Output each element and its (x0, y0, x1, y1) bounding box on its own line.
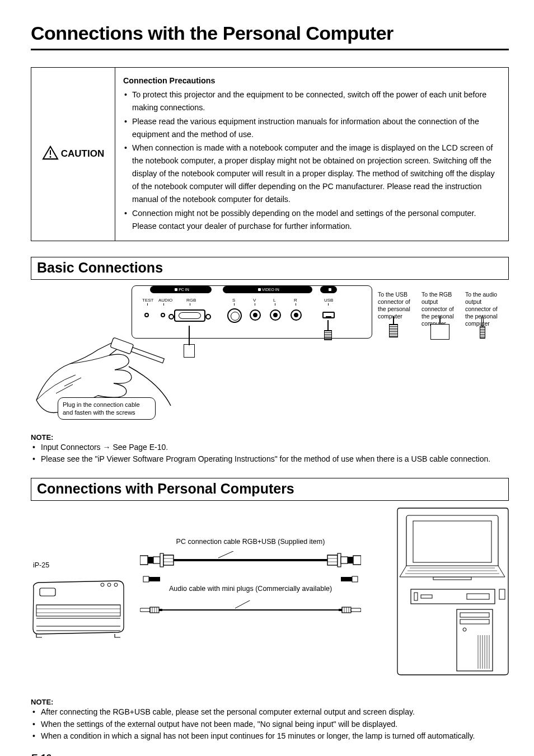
usb-icon (329, 288, 331, 291)
svg-rect-10 (413, 521, 491, 562)
projector-rear-panel: PC IN VIDEO IN TEST AUDIO RGB S V L R US… (132, 285, 372, 339)
plug-instruction-label: Plug in the connection cable and fasten … (58, 397, 156, 420)
note-item: Input Connectors → See Page E-10. (31, 442, 509, 454)
svg-rect-29 (140, 556, 148, 565)
pcin-pill: PC IN (150, 286, 212, 293)
svg-rect-39 (353, 556, 361, 565)
usb-connector (324, 330, 332, 340)
test-port (144, 313, 149, 317)
port-label-test: TEST (142, 298, 153, 303)
note-item: After connecting the RGB+USB cable, plea… (31, 706, 509, 719)
svg-rect-41 (149, 577, 160, 581)
caution-heading: Connection Precautions (123, 74, 498, 87)
page-title: Connections with the Personal Computer (31, 22, 509, 44)
audio-plug-illustration (480, 316, 485, 339)
pc-connection-diagram: iP-25 (31, 505, 509, 690)
svg-rect-33 (163, 555, 174, 565)
svg-rect-47 (159, 609, 162, 611)
note-item: When a condition in which a signal has n… (31, 730, 509, 743)
svg-line-28 (218, 551, 241, 558)
section-basic-connections-header: Basic Connections (31, 257, 509, 280)
note-item: Please see the "iP Viewer Software Progr… (31, 453, 509, 466)
svg-rect-42 (341, 577, 352, 581)
section-title: Connections with Personal Computers (37, 481, 503, 497)
usb-plug-illustration (389, 316, 398, 337)
svg-rect-49 (339, 609, 342, 611)
page: Connections with the Personal Computer C… (0, 0, 534, 756)
caution-item: Connection might not be possibly dependi… (123, 207, 498, 233)
port-label-usb: USB (324, 298, 333, 303)
section-pc-connections-header: Connections with Personal Computers (31, 478, 509, 501)
svg-rect-32 (160, 553, 163, 567)
svg-rect-51 (351, 608, 361, 612)
svg-rect-13 (411, 589, 495, 604)
usb-port (322, 312, 335, 318)
port-label-l: L (273, 298, 275, 303)
svg-rect-37 (341, 557, 348, 564)
videoin-pill: VIDEO IN (223, 286, 312, 293)
title-rule (31, 49, 509, 50)
projector-model-label: iP-25 (33, 561, 49, 569)
caution-word: CAUTION (61, 148, 104, 159)
rgb-cable (189, 326, 190, 345)
usb-cable (327, 320, 329, 331)
video-icon (258, 288, 261, 291)
svg-rect-45 (140, 608, 150, 612)
audio-cable-illustration (140, 600, 361, 619)
warning-triangle-icon (42, 145, 59, 162)
rgb-connector (184, 344, 195, 358)
svg-rect-12 (433, 577, 471, 580)
l-jack (270, 309, 281, 321)
port-label-s: S (232, 298, 235, 303)
svg-rect-27 (499, 589, 505, 599)
dest-audio: To the audio output connector of the per… (465, 291, 508, 328)
svg-rect-36 (338, 553, 341, 567)
note-list-2: After connecting the RGB+USB cable, plea… (31, 706, 509, 743)
usb-pill (320, 286, 337, 293)
basic-connections-diagram: PC IN VIDEO IN TEST AUDIO RGB S V L R US… (31, 285, 509, 425)
caution-content: Connection Precautions To protect this p… (115, 68, 509, 241)
v-jack (250, 309, 261, 321)
section-title: Basic Connections (37, 260, 503, 276)
caution-box: CAUTION Connection Precautions To protec… (31, 67, 509, 241)
svg-rect-3 (131, 347, 164, 363)
note-list-1: Input Connectors → See Page E-10. Please… (31, 442, 509, 466)
note-item: When the settings of the external output… (31, 719, 509, 731)
svg-rect-14 (414, 593, 418, 600)
vga-plug-illustration (430, 316, 449, 340)
svg-rect-35 (327, 555, 338, 565)
svideo-port (227, 308, 242, 323)
port-label-rgb: RGB (186, 298, 196, 303)
dest-usb: To the USB connector of the personal com… (378, 291, 420, 328)
svg-rect-30 (148, 557, 153, 564)
caution-item: When connection is made with a notebook … (123, 142, 498, 205)
projector-illustration (31, 578, 126, 640)
rgbusb-secondary (140, 575, 361, 584)
caution-item: Please read the various equipment instru… (123, 115, 498, 141)
port-label-v: V (253, 298, 256, 303)
r-jack (291, 309, 302, 321)
svg-rect-31 (153, 557, 160, 564)
caution-item: To protect this projector and the equipm… (123, 88, 498, 114)
port-label-r: R (294, 298, 297, 303)
svg-rect-40 (143, 576, 149, 582)
svg-rect-43 (352, 576, 358, 582)
rgbusb-cable-illustration (140, 551, 361, 570)
svg-rect-38 (348, 557, 353, 564)
caution-list: To protect this projector and the equipm… (123, 88, 498, 233)
svg-rect-17 (457, 609, 493, 671)
page-number: E-16 (31, 753, 509, 756)
rgb-port (174, 309, 205, 322)
personal-computer-illustration (394, 505, 509, 682)
audio-port (161, 313, 165, 317)
svg-line-44 (235, 600, 252, 608)
note-heading-2: NOTE: (31, 698, 509, 706)
svg-point-1 (49, 156, 51, 158)
port-label-audio: AUDIO (158, 298, 172, 303)
cable-label-rgbusb: PC connection cable RGB+USB (Supplied it… (140, 538, 361, 546)
cable-label-audio: Audio cable with mini plugs (Commerciall… (140, 585, 361, 593)
note-heading-1: NOTE: (31, 433, 509, 442)
svg-rect-4 (40, 588, 55, 596)
monitor-icon (175, 288, 177, 291)
caution-label-cell: CAUTION (31, 68, 115, 241)
